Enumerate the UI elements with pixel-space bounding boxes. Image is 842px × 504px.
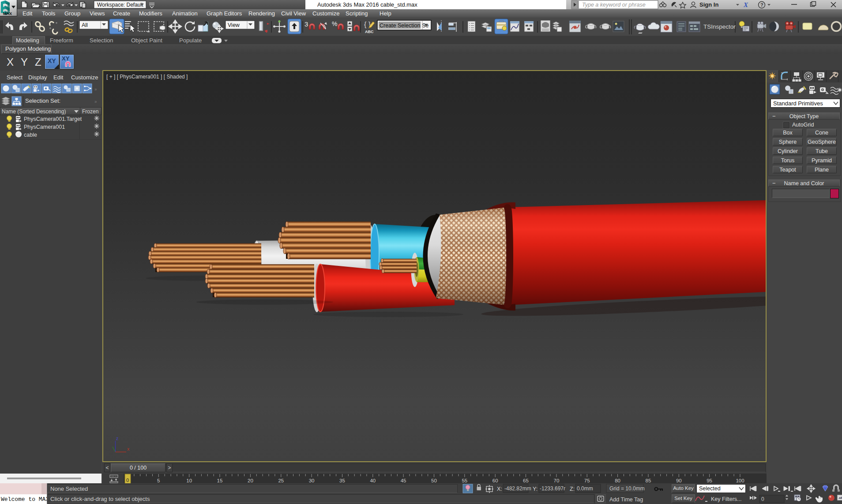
svg-text:x: x — [127, 446, 130, 452]
svg-text:Add Time Tag: Add Time Tag — [609, 497, 643, 503]
svg-text:Type a keyword or phrase: Type a keyword or phrase — [582, 2, 646, 8]
svg-text:All: All — [82, 22, 88, 28]
svg-text:View: View — [228, 22, 240, 28]
svg-text:Y:: Y: — [533, 486, 538, 492]
svg-text:85: 85 — [646, 478, 651, 483]
svg-text:10: 10 — [186, 478, 192, 483]
svg-text:70: 70 — [554, 478, 560, 483]
svg-text:X:: X: — [497, 486, 502, 492]
svg-text:z: z — [116, 436, 118, 441]
svg-text:95: 95 — [707, 478, 712, 483]
svg-text:0: 0 — [126, 478, 129, 483]
svg-text:0.0mm: 0.0mm — [577, 485, 593, 492]
svg-text:X: X — [743, 1, 748, 8]
svg-text:25: 25 — [278, 478, 284, 483]
svg-text:40: 40 — [370, 478, 376, 483]
svg-text:-482.82mm: -482.82mm — [504, 485, 531, 492]
svg-text:Create Selection Se: Create Selection Se — [380, 22, 429, 29]
svg-text:90: 90 — [676, 478, 682, 483]
svg-text:3: 3 — [304, 20, 308, 28]
svg-text:30: 30 — [309, 478, 315, 483]
svg-text:Sign In: Sign In — [699, 1, 718, 8]
svg-text:100: 100 — [736, 478, 744, 483]
svg-text:65: 65 — [523, 478, 529, 483]
svg-text:80: 80 — [615, 478, 620, 483]
svg-text:55: 55 — [462, 478, 467, 483]
svg-text:MAX: MAX — [3, 11, 12, 16]
svg-text:Workspace: Default: Workspace: Default — [97, 2, 143, 8]
svg-text:5: 5 — [157, 478, 160, 483]
svg-text:Grid = 10.0mm: Grid = 10.0mm — [609, 485, 645, 492]
svg-text:?: ? — [760, 2, 763, 7]
svg-text:»: » — [94, 99, 97, 104]
svg-text:Z:: Z: — [570, 486, 575, 492]
svg-text:75: 75 — [584, 478, 590, 483]
svg-text:45: 45 — [401, 478, 406, 483]
svg-text:%: % — [332, 20, 337, 27]
svg-text:35: 35 — [339, 478, 345, 483]
svg-text:50: 50 — [431, 478, 437, 483]
svg-text:ABC: ABC — [365, 30, 374, 34]
svg-text:Key Filters...: Key Filters... — [711, 496, 741, 502]
svg-text:20: 20 — [248, 478, 253, 483]
svg-text:0: 0 — [761, 496, 764, 502]
svg-text:60: 60 — [492, 478, 498, 483]
svg-text:»: » — [94, 87, 97, 92]
svg-text:-1233.697r: -1233.697r — [540, 485, 565, 492]
svg-text:TSInspector: TSInspector — [703, 23, 736, 30]
svg-text:15: 15 — [217, 478, 223, 483]
